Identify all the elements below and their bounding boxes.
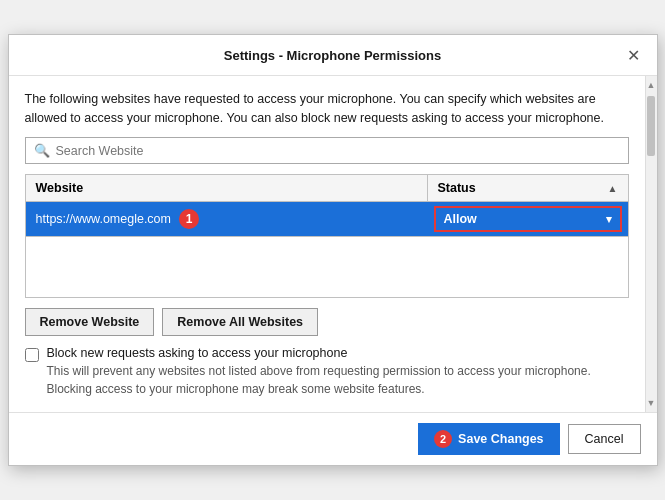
row-website-cell: https://www.omegle.com 1 (26, 202, 428, 236)
remove-website-button[interactable]: Remove Website (25, 308, 155, 336)
website-table: Website Status ▲ https://www.omegle.com … (25, 174, 629, 298)
save-badge: 2 (434, 430, 452, 448)
description-text: The following websites have requested to… (25, 90, 629, 128)
close-button[interactable]: ✕ (623, 45, 645, 67)
status-dropdown[interactable]: Allow ▾ (434, 206, 622, 232)
save-changes-button[interactable]: 2 Save Changes (418, 423, 559, 455)
row-badge-1: 1 (179, 209, 199, 229)
checkbox-label: Block new requests asking to access your… (47, 346, 348, 360)
title-bar: Settings - Microphone Permissions ✕ (9, 35, 657, 76)
checkbox-description: This will prevent any websites not liste… (47, 362, 629, 398)
block-requests-section: Block new requests asking to access your… (25, 346, 629, 398)
empty-rows (26, 237, 628, 297)
scroll-up-icon[interactable]: ▲ (645, 78, 658, 92)
main-content: The following websites have requested to… (9, 76, 645, 413)
search-box: 🔍 (25, 137, 629, 164)
sort-arrow-icon: ▲ (608, 183, 618, 194)
scroll-thumb-area (646, 92, 657, 397)
scroll-down-icon[interactable]: ▼ (645, 396, 658, 410)
save-label: Save Changes (458, 432, 543, 446)
scrollbar[interactable]: ▲ ▼ (645, 76, 657, 413)
remove-button-row: Remove Website Remove All Websites (25, 308, 629, 336)
search-icon: 🔍 (34, 143, 50, 158)
dialog-footer: 2 Save Changes Cancel (9, 412, 657, 465)
col-website-header: Website (26, 175, 428, 201)
dropdown-arrow-icon: ▾ (606, 213, 612, 226)
cancel-button[interactable]: Cancel (568, 424, 641, 454)
checkbox-row: Block new requests asking to access your… (25, 346, 629, 362)
row-status-cell: Allow ▾ (428, 202, 628, 236)
col-status-header: Status ▲ (428, 175, 628, 201)
scroll-thumb[interactable] (647, 96, 655, 156)
table-row[interactable]: https://www.omegle.com 1 Allow ▾ (26, 202, 628, 237)
table-header: Website Status ▲ (26, 175, 628, 202)
status-label: Allow (444, 212, 477, 226)
dialog-title: Settings - Microphone Permissions (43, 48, 623, 63)
block-checkbox[interactable] (25, 348, 39, 362)
website-url: https://www.omegle.com (36, 212, 171, 226)
search-input[interactable] (56, 144, 620, 158)
content-area: The following websites have requested to… (9, 76, 657, 413)
settings-dialog: Settings - Microphone Permissions ✕ The … (8, 34, 658, 467)
remove-all-button[interactable]: Remove All Websites (162, 308, 318, 336)
